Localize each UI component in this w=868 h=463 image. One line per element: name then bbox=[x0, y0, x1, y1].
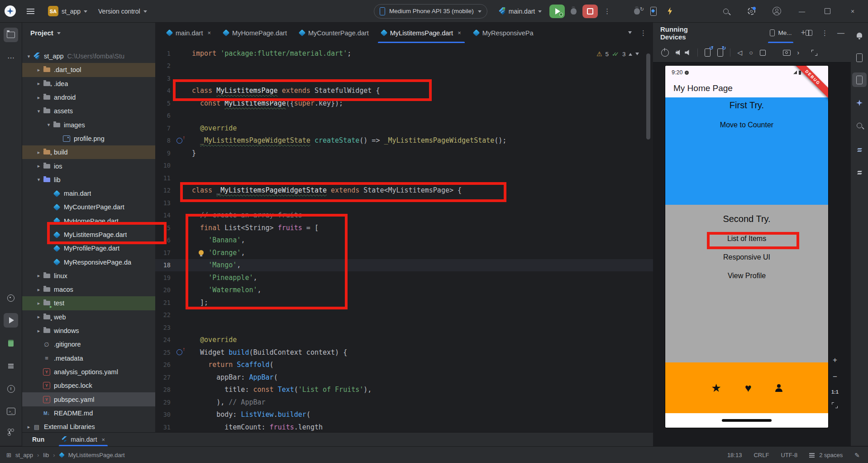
chevron-icon[interactable]: ▾ bbox=[45, 122, 52, 128]
flutter-hot-restart-button[interactable]: ↻ bbox=[634, 8, 640, 14]
code-line-7[interactable]: 7 @override bbox=[155, 122, 653, 135]
tab-options-menu[interactable]: ⋮ bbox=[640, 29, 647, 37]
running-devices-tool-button[interactable] bbox=[852, 72, 867, 87]
zoom-actual-size-button[interactable]: 1:1 bbox=[831, 389, 839, 395]
code-line-18[interactable]: 18 'Mango', bbox=[155, 259, 653, 272]
tree-item-lib[interactable]: ▾lib bbox=[22, 173, 155, 187]
more-tool-windows-button[interactable]: ⋯ bbox=[4, 50, 18, 65]
chevron-icon[interactable]: ▸ bbox=[35, 287, 43, 293]
restore-window-button[interactable] bbox=[815, 0, 840, 22]
tree-item-myhomepage-dart[interactable]: MyHomePage.dart bbox=[22, 214, 155, 228]
tree-item-dart-tool[interactable]: ▸.dart_tool bbox=[22, 63, 155, 77]
chevron-icon[interactable]: ▾ bbox=[35, 177, 43, 183]
debug-button[interactable] bbox=[571, 8, 577, 14]
chevron-icon[interactable]: ▸ bbox=[25, 424, 33, 430]
code-line-24[interactable]: 24 @override bbox=[155, 334, 653, 347]
editor-tab-myhomepage-dart[interactable]: MyHomePage.dart bbox=[217, 23, 293, 43]
android-home-button[interactable]: ○ bbox=[749, 49, 753, 56]
gemini-tool-button[interactable] bbox=[852, 96, 867, 110]
tree-item-profile-png[interactable]: profile.png bbox=[22, 132, 155, 145]
tree-item-external-libraries[interactable]: ▸▤External Libraries bbox=[22, 420, 155, 432]
chevron-icon[interactable]: ▸ bbox=[35, 163, 43, 169]
close-icon[interactable]: × bbox=[102, 436, 105, 443]
power-button[interactable] bbox=[661, 49, 669, 57]
window-grid-icon[interactable]: ⊞ bbox=[6, 452, 11, 458]
tree-item-gitignore[interactable]: ∅.gitignore bbox=[22, 338, 155, 351]
gesture-pill[interactable] bbox=[722, 419, 772, 422]
flutter-inspector-button[interactable] bbox=[852, 141, 867, 156]
breadcrumb-item-mylistitemspage-dart[interactable]: MyListitemsPage.dart bbox=[68, 452, 125, 458]
previous-problem-icon[interactable] bbox=[629, 51, 632, 56]
close-tab-icon[interactable]: × bbox=[207, 29, 211, 36]
code-line-21[interactable]: 21 ]; bbox=[155, 296, 653, 309]
zoom-in-button[interactable]: + bbox=[833, 356, 837, 365]
main-menu-icon[interactable] bbox=[27, 9, 34, 10]
chevron-icon[interactable]: ▾ bbox=[25, 53, 33, 59]
chevron-icon[interactable]: ▸ bbox=[35, 67, 43, 73]
code-line-26[interactable]: 26 return Scaffold( bbox=[155, 359, 653, 371]
chevron-icon[interactable]: ▾ bbox=[35, 108, 43, 114]
chevron-icon[interactable]: ▸ bbox=[35, 95, 43, 101]
code-line-30[interactable]: 30 body: ListView.builder( bbox=[155, 409, 653, 421]
hidden-tabs-chevron-icon[interactable] bbox=[628, 31, 632, 36]
tree-item-st-app[interactable]: ▾st_appC:\Users\fomba\Stu bbox=[22, 49, 155, 63]
code-line-8[interactable]: 8 _MyListitemsPageWidgetState createStat… bbox=[155, 135, 653, 147]
problems-tool-button[interactable]: ! bbox=[4, 381, 18, 396]
tree-item-ios[interactable]: ▸ios bbox=[22, 159, 155, 173]
tree-item-myresponsivepage-da[interactable]: MyResponsivePage.da bbox=[22, 255, 155, 269]
zoom-out-button[interactable]: − bbox=[833, 372, 837, 381]
version-control-tool-button[interactable] bbox=[4, 425, 18, 439]
services-tool-button[interactable] bbox=[4, 359, 18, 373]
breadcrumb-item-lib[interactable]: lib bbox=[43, 452, 49, 458]
tree-item-windows[interactable]: ▸windows bbox=[22, 324, 155, 338]
tree-item-macos[interactable]: ▸macos bbox=[22, 283, 155, 296]
code-line-10[interactable]: 10 bbox=[155, 159, 653, 172]
code-line-29[interactable]: 29 ), // AppBar bbox=[155, 396, 653, 409]
volume-up-button[interactable]: ) bbox=[676, 50, 678, 55]
editor-tab-mylistitemspage-dart[interactable]: MyListitemsPage.dart× bbox=[375, 23, 467, 43]
volume-down-button[interactable] bbox=[685, 50, 691, 55]
minimize-window-button[interactable]: — bbox=[789, 0, 815, 22]
heart-icon[interactable]: ♥ bbox=[745, 381, 752, 395]
account-button[interactable] bbox=[764, 0, 789, 22]
intention-bulb-icon[interactable] bbox=[199, 250, 204, 255]
code-line-19[interactable]: 19 'Pineapple', bbox=[155, 271, 653, 284]
settings-button[interactable] bbox=[739, 0, 764, 22]
split-panel-icon[interactable] bbox=[806, 30, 812, 36]
editor-tab-main-dart[interactable]: main.dart× bbox=[161, 23, 217, 43]
tree-item-mycounterpage-dart[interactable]: MyCounterPage.dart bbox=[22, 200, 155, 214]
tree-item-linux[interactable]: ▸linux bbox=[22, 269, 155, 283]
tree-item-idea[interactable]: ▸*.idea bbox=[22, 77, 155, 91]
emulator-button-list-of-items[interactable]: List of Items bbox=[727, 235, 766, 243]
indent-widget[interactable]: 2 spaces bbox=[819, 452, 843, 458]
run-tool-button[interactable] bbox=[4, 313, 18, 328]
search-everywhere-button[interactable] bbox=[713, 0, 739, 22]
inspections-widget[interactable]: ⚠ 5 ✓✓ 3 bbox=[596, 48, 639, 60]
project-widget[interactable]: SA st_app bbox=[46, 4, 89, 18]
tree-item-pubspec-lock[interactable]: Ypubspec.lock bbox=[22, 379, 155, 392]
code-line-3[interactable]: 3 bbox=[155, 72, 653, 85]
chevron-icon[interactable]: ▸ bbox=[35, 314, 43, 320]
chevron-icon[interactable]: ▸ bbox=[35, 81, 43, 87]
tree-item-pubspec-yaml[interactable]: Ypubspec.yaml bbox=[22, 392, 155, 406]
app-quality-insights-button[interactable] bbox=[852, 118, 867, 133]
code-line-6[interactable]: 6 bbox=[155, 110, 653, 122]
tree-item-build[interactable]: ▸*build bbox=[22, 145, 155, 159]
code-line-1[interactable]: 1import 'package:flutter/material.dart'; bbox=[155, 47, 653, 60]
fit-to-window-button[interactable] bbox=[811, 50, 817, 56]
more-toolbar-chevron[interactable]: › bbox=[797, 49, 800, 56]
code-line-9[interactable]: 9} bbox=[155, 147, 653, 159]
tree-item-analysis-options-yaml[interactable]: Yanalysis_options.yaml bbox=[22, 365, 155, 379]
add-device-button[interactable]: + bbox=[801, 28, 806, 38]
code-line-16[interactable]: 16 'Banana', bbox=[155, 234, 653, 247]
next-problem-icon[interactable] bbox=[635, 53, 639, 57]
tree-item-myprofilepage-dart[interactable]: MyProfilePage.dart bbox=[22, 241, 155, 255]
star-icon[interactable]: ★ bbox=[711, 381, 721, 395]
panel-options-menu[interactable]: ⋮ bbox=[821, 29, 828, 37]
code-line-28[interactable]: 28 title: const Text('List of Fruits'), bbox=[155, 384, 653, 396]
zoom-fit-button[interactable] bbox=[832, 402, 838, 408]
code-line-20[interactable]: 20 'Watermelon', bbox=[155, 284, 653, 297]
code-line-2[interactable]: 2 bbox=[155, 60, 653, 72]
notifications-button[interactable] bbox=[852, 28, 867, 42]
rotate-right-button[interactable] bbox=[717, 48, 723, 57]
